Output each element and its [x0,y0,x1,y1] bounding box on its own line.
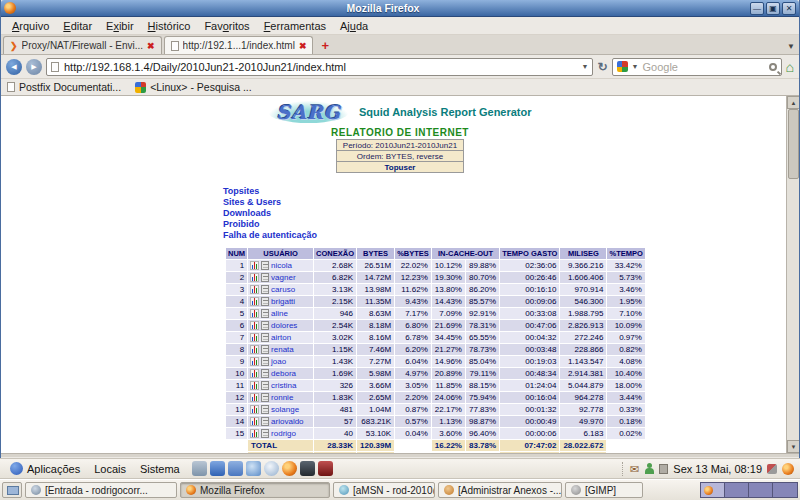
graph-icon[interactable] [250,333,259,342]
menu-historico[interactable]: Histórico [141,19,198,33]
user-link[interactable]: ronnie [271,393,293,402]
user-tray-icon[interactable] [644,463,654,474]
search-engine-dropdown-icon[interactable]: ▼ [632,63,639,70]
time-report-icon[interactable] [261,369,269,378]
graph-icon[interactable] [250,285,259,294]
menu-ferramentas[interactable]: Ferramentas [257,19,333,33]
time-report-icon[interactable] [261,381,269,390]
tab-1[interactable]: ❯Proxy/NAT/Firewall - Envi...✖ [3,36,162,54]
applications-menu[interactable]: Aplicações [4,462,86,475]
launcher-icon-3[interactable] [228,461,243,476]
link-falha-de-autenticacao[interactable]: Falha de autenticação [223,230,799,241]
search-box[interactable]: ▼ Google [612,58,782,76]
graph-icon[interactable] [250,297,259,306]
link-proibido[interactable]: Proibido [223,219,799,230]
time-report-icon[interactable] [261,357,269,366]
tab-2[interactable]: http://192.1...1/index.html✖ [164,36,314,54]
search-icon[interactable] [769,63,777,71]
graph-icon[interactable] [250,321,259,330]
user-link[interactable]: rodrigo [271,429,296,438]
link-downloads[interactable]: Downloads [223,208,799,219]
user-link[interactable]: nicola [271,261,292,270]
titlebar[interactable]: Mozilla Firefox — ▣ ✕ [1,0,799,17]
forward-button[interactable]: ▶ [26,59,42,75]
user-link[interactable]: renata [271,345,294,354]
time-report-icon[interactable] [261,429,269,438]
minimize-button[interactable]: — [750,2,764,15]
user-link[interactable]: brigatti [271,297,295,306]
graph-icon[interactable] [250,357,259,366]
terminal-launcher-icon[interactable] [300,461,315,476]
user-link[interactable]: aline [271,309,288,318]
firefox-launcher-icon[interactable] [282,461,297,476]
launcher-icon-2[interactable] [210,461,225,476]
taskbar-window-mozilla-firefox[interactable]: Mozilla Firefox [180,482,330,498]
time-report-icon[interactable] [261,393,269,402]
scroll-down-icon[interactable]: ▼ [787,440,799,453]
user-link[interactable]: dolores [271,321,297,330]
graph-icon[interactable] [250,261,259,270]
graph-icon[interactable] [250,309,259,318]
time-report-icon[interactable] [261,417,269,426]
new-tab-button[interactable]: + [315,38,335,54]
taskbar-window-gimp[interactable]: [GIMP] [565,482,643,498]
launcher-icon-5[interactable] [264,461,279,476]
url-dropdown-icon[interactable]: ▼ [582,63,589,70]
launcher-icon-1[interactable] [192,461,207,476]
bookmark-postfix-documentati[interactable]: Postfix Documentati... [7,81,121,93]
time-report-icon[interactable] [261,321,269,330]
scrollbar-thumb[interactable] [788,109,799,179]
url-bar[interactable]: http://192.168.1.4/Daily/2010Jun21-2010J… [46,58,593,76]
user-link[interactable]: vagner [271,273,295,282]
graph-icon[interactable] [250,369,259,378]
user-link[interactable]: airton [271,333,291,342]
workspace-3[interactable] [749,483,773,497]
list-all-tabs-icon[interactable]: ▼ [787,42,795,51]
graph-icon[interactable] [250,417,259,426]
url-text[interactable]: http://192.168.1.4/Daily/2010Jun21-2010J… [64,61,577,73]
workspace-1[interactable] [701,483,725,497]
user-link[interactable]: debora [271,369,296,378]
link-sites-users[interactable]: Sites & Users [223,197,799,208]
vertical-scrollbar[interactable]: ▲ ▼ [786,96,799,453]
time-report-icon[interactable] [261,297,269,306]
menu-favoritos[interactable]: Favoritos [197,19,256,33]
graph-icon[interactable] [250,381,259,390]
maximize-button[interactable]: ▣ [766,2,780,15]
user-link[interactable]: caruso [271,285,295,294]
time-report-icon[interactable] [261,405,269,414]
menu-editar[interactable]: Editar [56,19,99,33]
time-report-icon[interactable] [261,309,269,318]
launcher-icon-8[interactable] [318,461,333,476]
user-link[interactable]: ariovaldo [271,417,303,426]
taskbar-window-amsn-rod-2010-h[interactable]: [aMSN - rod-2010@h... [333,482,435,498]
volume-tray-icon[interactable] [767,464,777,474]
taskbar-window-administrar-anexos[interactable]: [Administrar Anexos -... [438,482,562,498]
user-link[interactable]: cristina [271,381,296,390]
time-report-icon[interactable] [261,333,269,342]
graph-icon[interactable] [250,345,259,354]
graph-icon[interactable] [250,393,259,402]
menu-exibir[interactable]: Exibir [99,19,141,33]
back-button[interactable]: ◀ [6,59,22,75]
menu-ajuda[interactable]: Ajuda [333,19,375,33]
time-report-icon[interactable] [261,345,269,354]
user-link[interactable]: joao [271,357,286,366]
menu-arquivo[interactable]: Arquivo [5,19,56,33]
home-button[interactable]: ⌂ [786,60,794,74]
search-placeholder[interactable]: Google [642,61,764,73]
time-report-icon[interactable] [261,273,269,282]
launcher-icon-4[interactable] [246,461,261,476]
system-menu[interactable]: Sistema [134,463,186,475]
workspace-2[interactable] [725,483,749,497]
bookmark-linux-pesquisa[interactable]: <Linux> - Pesquisa ... [135,81,252,93]
places-menu[interactable]: Locais [88,463,132,475]
graph-icon[interactable] [250,273,259,282]
show-desktop-button[interactable] [2,482,22,498]
clock[interactable]: Sex 13 Mai, 08:19 [673,463,762,475]
link-topsites[interactable]: Topsites [223,186,799,197]
taskbar-window-entrada-rodrigocorr[interactable]: [Entrada - rodrigocorr... [25,482,177,498]
mail-tray-icon[interactable]: ✉ [630,463,639,475]
firefox-tray-icon[interactable] [782,463,794,475]
time-report-icon[interactable] [261,261,269,270]
